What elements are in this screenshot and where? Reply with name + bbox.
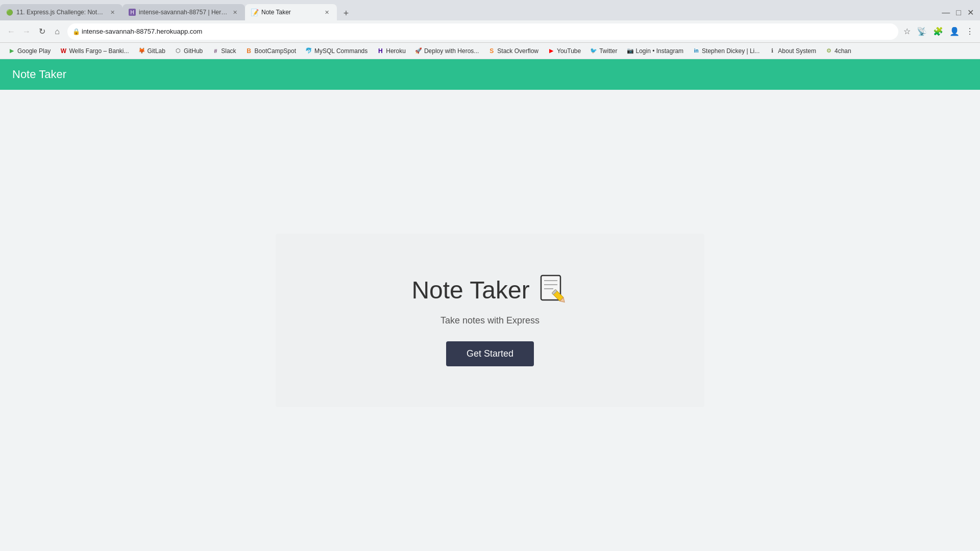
- bookmark-linkedin[interactable]: in Stephen Dickey | Li...: [689, 44, 764, 58]
- tab-right-controls: — □ ✕: [940, 7, 980, 20]
- bookmark-label-linkedin: Stephen Dickey | Li...: [702, 47, 760, 55]
- hero-title: Note Taker: [411, 274, 568, 305]
- tab-favicon-1: 🟢: [6, 9, 13, 16]
- address-right-controls: ☆ 📡 🧩 👤 ⋮: [901, 26, 976, 37]
- tab-close-1[interactable]: ✕: [108, 8, 116, 16]
- gitlab-favicon: 🦊: [138, 47, 145, 55]
- bookmark-star-icon[interactable]: ☆: [901, 26, 913, 37]
- tab-bar: 🟢 11. Express.js Challenge: Note Ta... ✕…: [0, 0, 980, 20]
- hero-subtitle: Take notes with Express: [440, 315, 540, 326]
- new-tab-button[interactable]: +: [339, 6, 353, 20]
- address-bar: ← → ↻ ⌂ 🔒 ☆ 📡 🧩 👤 ⋮: [0, 20, 980, 43]
- bookmark-label-instagram: Login • Instagram: [636, 47, 684, 55]
- bookmark-label-twitter: Twitter: [599, 47, 617, 55]
- bookmark-deploy-heroku[interactable]: 🚀 Deploy with Heros...: [411, 44, 483, 58]
- bookmark-stackoverflow[interactable]: S Stack Overflow: [484, 44, 543, 58]
- tab-favicon-3: 📝: [251, 9, 258, 16]
- bookmark-label-heroku: Heroku: [386, 47, 406, 55]
- url-wrapper: 🔒: [67, 23, 898, 40]
- tab-close-2[interactable]: ✕: [231, 8, 239, 16]
- home-button[interactable]: ⌂: [50, 24, 64, 39]
- bookmark-label-mysql: MySQL Commands: [314, 47, 368, 55]
- bookmark-heroku[interactable]: H Heroku: [373, 44, 410, 58]
- menu-icon[interactable]: ⋮: [964, 26, 976, 37]
- bookmark-instagram[interactable]: 📷 Login • Instagram: [623, 44, 688, 58]
- app-header: Note Taker: [0, 59, 980, 90]
- tab-title-3: Note Taker: [261, 9, 320, 16]
- wells-fargo-favicon: W: [60, 47, 67, 55]
- bookmark-label-4chan: 4chan: [835, 47, 851, 55]
- bookmark-4chan[interactable]: ⚙ 4chan: [821, 44, 855, 58]
- mysql-favicon: 🐬: [305, 47, 312, 55]
- bookmark-wells-fargo[interactable]: W Wells Fargo – Banki...: [56, 44, 133, 58]
- bookmark-github[interactable]: ⬡ GitHub: [170, 44, 207, 58]
- extensions-icon[interactable]: 🧩: [931, 26, 945, 37]
- profile-icon[interactable]: 👤: [947, 26, 962, 37]
- bookmark-bootcampspot[interactable]: B BootCampSpot: [241, 44, 300, 58]
- google-play-favicon: ▶: [8, 47, 15, 55]
- bookmark-label-wells-fargo: Wells Fargo – Banki...: [69, 47, 129, 55]
- bookmark-youtube[interactable]: ▶ YouTube: [544, 44, 585, 58]
- bookmark-label-gitlab: GitLab: [148, 47, 165, 55]
- close-window-button[interactable]: ✕: [965, 7, 976, 18]
- minimize-button[interactable]: —: [940, 7, 952, 18]
- bookmark-label-bootcampspot: BootCampSpot: [255, 47, 296, 55]
- bootcampspot-favicon: B: [246, 47, 253, 55]
- slack-favicon: #: [212, 47, 219, 55]
- bookmark-mysql[interactable]: 🐬 MySQL Commands: [301, 44, 372, 58]
- bookmark-label-google-play: Google Play: [17, 47, 51, 55]
- tab-heroku[interactable]: H intense-savannah-88757 | Heroku... ✕: [122, 4, 245, 20]
- chrome-browser: 🟢 11. Express.js Challenge: Note Ta... ✕…: [0, 0, 980, 551]
- note-edit-icon: [538, 274, 569, 305]
- tab-note-taker[interactable]: 📝 Note Taker ✕: [245, 4, 337, 20]
- 4chan-favicon: ⚙: [825, 47, 832, 55]
- instagram-favicon: 📷: [627, 47, 634, 55]
- twitter-favicon: 🐦: [590, 47, 597, 55]
- forward-button[interactable]: →: [19, 24, 34, 39]
- bookmark-label-youtube: YouTube: [557, 47, 581, 55]
- maximize-button[interactable]: □: [954, 7, 963, 18]
- linkedin-favicon: in: [693, 47, 700, 55]
- bookmark-google-play[interactable]: ▶ Google Play: [4, 44, 55, 58]
- lock-icon: 🔒: [72, 28, 80, 35]
- tab-express-challenge[interactable]: 🟢 11. Express.js Challenge: Note Ta... ✕: [0, 4, 122, 20]
- bookmarks-bar: ▶ Google Play W Wells Fargo – Banki... 🦊…: [0, 43, 980, 59]
- github-favicon: ⬡: [175, 47, 182, 55]
- bookmark-slack[interactable]: # Slack: [208, 44, 240, 58]
- bookmark-about-system[interactable]: ℹ About System: [765, 44, 820, 58]
- stackoverflow-favicon: S: [488, 47, 495, 55]
- reload-button[interactable]: ↻: [35, 24, 49, 39]
- deploy-heroku-favicon: 🚀: [415, 47, 422, 55]
- youtube-favicon: ▶: [548, 47, 555, 55]
- cast-icon[interactable]: 📡: [915, 26, 929, 37]
- bookmark-twitter[interactable]: 🐦 Twitter: [586, 44, 621, 58]
- hero-title-text: Note Taker: [411, 276, 529, 304]
- bookmark-label-slack: Slack: [221, 47, 236, 55]
- tab-close-3[interactable]: ✕: [323, 8, 331, 16]
- app-header-title: Note Taker: [12, 68, 66, 81]
- about-system-favicon: ℹ: [769, 47, 776, 55]
- bookmark-label-stackoverflow: Stack Overflow: [497, 47, 538, 55]
- heroku-favicon: H: [377, 47, 384, 55]
- back-button[interactable]: ←: [4, 24, 18, 39]
- bookmark-label-github: GitHub: [184, 47, 203, 55]
- bookmark-label-about-system: About System: [778, 47, 816, 55]
- tab-title-2: intense-savannah-88757 | Heroku...: [139, 9, 228, 16]
- bookmark-gitlab[interactable]: 🦊 GitLab: [134, 44, 169, 58]
- hero-card: Note Taker: [276, 234, 704, 407]
- get-started-button[interactable]: Get Started: [446, 341, 534, 366]
- tab-favicon-2: H: [129, 9, 136, 16]
- url-input[interactable]: [67, 23, 898, 40]
- bookmark-label-deploy-heroku: Deploy with Heros...: [424, 47, 479, 55]
- main-content: Note Taker: [0, 90, 980, 551]
- tab-title-1: 11. Express.js Challenge: Note Ta...: [16, 9, 105, 16]
- nav-buttons: ← → ↻ ⌂: [4, 24, 64, 39]
- page-content: Note Taker Note Taker: [0, 59, 980, 551]
